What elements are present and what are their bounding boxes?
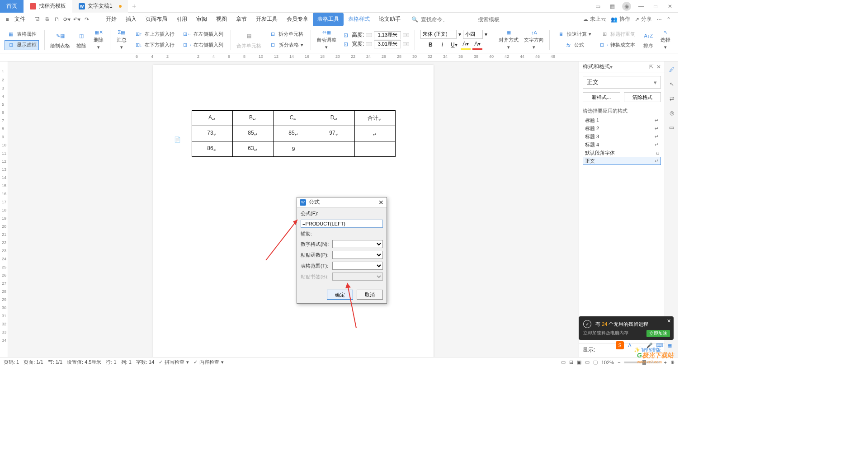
print-icon[interactable]: 🖶 [42, 15, 52, 24]
tab-add[interactable]: + [128, 2, 141, 10]
formula-input[interactable] [301, 220, 383, 228]
zoom-value[interactable]: 102% [601, 360, 614, 365]
ok-button[interactable]: 确定 [327, 290, 353, 300]
view-outline-icon[interactable]: ⊟ [569, 359, 573, 365]
dialog-titlebar[interactable]: W 公式 ✕ [297, 197, 387, 207]
menu-paper[interactable]: 论文助手 [374, 13, 405, 26]
toast-action-button[interactable]: 立即加速 [646, 330, 670, 337]
insert-above-btn[interactable]: ⊞↑在上方插入行 [133, 29, 176, 39]
cell-r1-d[interactable]: 97↵ [314, 126, 354, 141]
style-body[interactable]: 正文↵ [583, 157, 661, 165]
show-frame-btn[interactable]: ⊞显示虚框 [5, 40, 39, 50]
brush-icon[interactable]: 🖊 [667, 65, 676, 74]
delete-btn[interactable]: ▦✕删除▾ [91, 28, 106, 51]
search-command[interactable] [421, 16, 475, 23]
status-col[interactable]: 列: 1 [121, 359, 132, 366]
ime-mic-icon[interactable]: 🎤 [646, 341, 654, 349]
view-print-icon[interactable]: ▭ [561, 359, 566, 365]
cell-r1-a[interactable]: 73↵ [192, 126, 232, 141]
menu-insert[interactable]: 插入 [121, 13, 141, 26]
erase-btn[interactable]: ◫擦除 [74, 28, 89, 51]
th-d[interactable]: D↵ [314, 111, 354, 126]
insert-below-btn[interactable]: ⊞↓在下方插入行 [133, 40, 176, 50]
menu-start[interactable]: 开始 [101, 13, 121, 26]
select-btn[interactable]: ↖选择▾ [658, 28, 673, 51]
cell-r2-total[interactable] [354, 141, 395, 157]
height-inc[interactable]: + [403, 33, 409, 37]
underline-btn[interactable]: U▾ [449, 40, 459, 50]
panel-close-icon[interactable]: ✕ [656, 64, 661, 70]
width-input[interactable] [374, 40, 401, 48]
text-dir-btn[interactable]: ↕A文字方向▾ [522, 28, 546, 51]
zoom-out-icon[interactable]: − [618, 360, 620, 365]
th-b[interactable]: B↵ [232, 111, 273, 126]
status-chars[interactable]: 字数: 14 [136, 359, 154, 366]
file-menu[interactable]: 文件 [14, 15, 25, 23]
quick-calc-btn[interactable]: 🖩快速计算▾ [555, 29, 593, 39]
hamburger-icon[interactable]: ≡ [4, 16, 11, 23]
status-line[interactable]: 行: 1 [106, 359, 116, 366]
menu-table-tools[interactable]: 表格工具 [313, 13, 344, 26]
close-icon[interactable]: ✕ [665, 2, 675, 11]
menu-ref[interactable]: 引用 [172, 13, 192, 26]
font-color-btn[interactable]: A▾ [472, 40, 482, 50]
pastefn-select[interactable] [332, 251, 383, 259]
view-web-icon[interactable]: ▭ [585, 359, 590, 365]
cell-r1-c[interactable]: 85↵ [273, 126, 314, 141]
cell-r2-c[interactable]: 9 [273, 141, 314, 157]
table-attr-btn[interactable]: ▦表格属性 [5, 29, 38, 39]
menu-table-style[interactable]: 表格样式 [344, 13, 374, 26]
formula-btn[interactable]: fx公式 [562, 40, 586, 50]
maximize-icon[interactable]: □ [651, 2, 660, 11]
status-section[interactable]: 节: 1/1 [48, 359, 62, 366]
pin-icon[interactable]: ⇱ [649, 64, 654, 70]
ime-icon[interactable]: S [616, 341, 624, 349]
view-read-icon[interactable]: ▣ [577, 359, 581, 365]
avatar-icon[interactable]: ◉ [622, 2, 631, 11]
status-page[interactable]: 页码: 1 [4, 359, 19, 366]
style-default-font[interactable]: 默认段落字体a [583, 149, 661, 157]
cancel-button[interactable]: 取消 [357, 290, 383, 300]
paragraph-icon[interactable]: 📄 [174, 136, 181, 143]
reader-icon[interactable]: ▭ [593, 2, 602, 11]
menu-section[interactable]: 章节 [231, 13, 251, 26]
redo-icon[interactable]: ↷ [82, 15, 91, 24]
italic-btn[interactable]: I [437, 40, 447, 50]
ime-a[interactable]: A [626, 341, 634, 349]
tab-home[interactable]: 首页 [0, 0, 24, 13]
more-icon[interactable]: ⋯ [656, 16, 662, 23]
ime-grid-icon[interactable]: ▦ [665, 341, 674, 349]
sort-btn[interactable]: A↓Z排序 [641, 28, 656, 51]
view-focus-icon[interactable]: ▢ [593, 359, 598, 365]
cell-r1-b[interactable]: 85↵ [232, 126, 273, 141]
document-canvas[interactable]: 📄 A↵ B↵ C↵ D↵ 合计↵ 73↵ 85↵ 85↵ 97↵ ↵ [8, 61, 579, 366]
width-inc[interactable]: + [403, 42, 409, 46]
font-select[interactable] [420, 30, 457, 39]
menu-layout[interactable]: 页面布局 [141, 13, 172, 26]
highlight-btn[interactable]: A▾ [461, 40, 471, 50]
style-h3[interactable]: 标题 3↵ [583, 132, 661, 141]
cell-r2-a[interactable]: 86↵ [192, 141, 232, 157]
style-h2[interactable]: 标题 2↵ [583, 124, 661, 132]
range-select[interactable] [332, 262, 383, 270]
target-icon[interactable]: ◎ [667, 108, 676, 118]
th-total[interactable]: 合计↵ [354, 111, 395, 126]
status-content[interactable]: ✓内容检查▾ [193, 359, 224, 366]
clear-format-button[interactable]: 清除格式 [624, 92, 661, 102]
height-dec[interactable]: − [366, 33, 372, 37]
cloud-status[interactable]: ☁ 未上云 [583, 15, 606, 23]
menu-view[interactable]: 视图 [212, 13, 231, 26]
save-icon[interactable]: 🖫 [33, 15, 42, 24]
draw-table-btn[interactable]: ✎▦绘制表格 [48, 28, 72, 51]
split-cell-btn[interactable]: ⊟拆分单元格 [267, 29, 305, 39]
cell-r2-d[interactable] [314, 141, 354, 157]
coop-btn[interactable]: 👥 协作 [611, 15, 630, 23]
apps-icon[interactable]: ▦ [608, 2, 617, 11]
split-table-btn[interactable]: ⊟拆分表格▾ [267, 40, 305, 50]
style-h4[interactable]: 标题 4↵ [583, 141, 661, 149]
auto-adjust-btn[interactable]: ⇔▦自动调整▾ [315, 28, 338, 51]
share-btn[interactable]: ↗ 分享 [635, 15, 652, 23]
current-style[interactable]: 正文▾ [583, 76, 661, 89]
width-dec[interactable]: − [366, 42, 372, 46]
minimize-icon[interactable]: — [637, 2, 646, 11]
